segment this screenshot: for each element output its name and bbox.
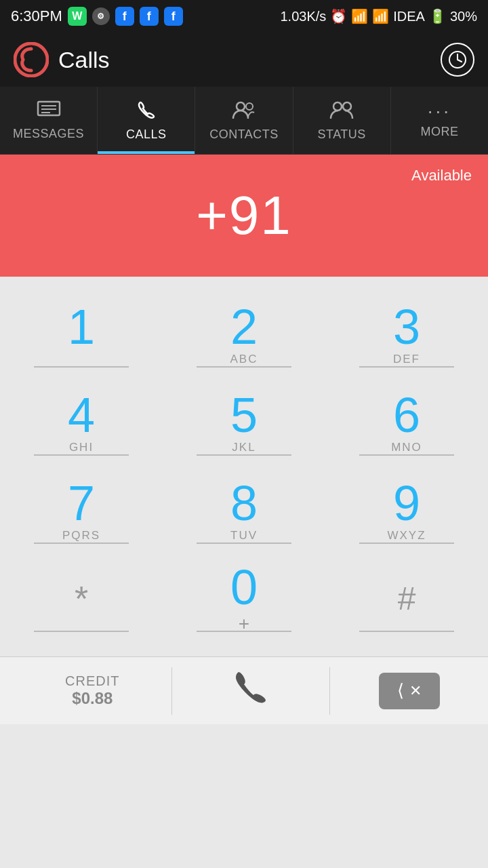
clock-icon — [447, 50, 468, 70]
key-3-letters: DEF — [393, 353, 420, 366]
status-bar: 6:30PM W ⚙ f f f 1.03K/s ⏰ 📶 📶 IDEA 🔋 30… — [0, 0, 488, 33]
delete-button[interactable]: ⟨ ✕ — [379, 673, 440, 709]
key-hash[interactable]: # — [339, 555, 474, 643]
key-5[interactable]: 5 JKL — [176, 378, 312, 467]
tab-more[interactable]: ··· MORE — [391, 87, 488, 154]
key-6[interactable]: 6 MNO — [339, 378, 474, 467]
battery-percent: 30% — [450, 9, 477, 24]
key-4-letters: GHI — [69, 441, 94, 454]
tab-more-label: MORE — [420, 125, 458, 139]
tab-messages-label: MESSAGES — [13, 127, 84, 141]
app-logo — [14, 42, 49, 77]
status-right: 1.03K/s ⏰ 📶 📶 IDEA 🔋 30% — [280, 8, 477, 24]
network-speed: 1.03K/s — [280, 9, 326, 24]
availability-status: Available — [411, 167, 472, 184]
status-icon — [329, 100, 354, 123]
more-icon: ··· — [428, 102, 451, 121]
key-4-number: 4 — [68, 391, 95, 439]
key-0-number: 0 — [230, 563, 258, 612]
keypad-row-4: * 0 + # — [0, 555, 488, 643]
key-0-plus: + — [239, 613, 249, 635]
key-5-number: 5 — [230, 391, 258, 439]
dial-display: Available +91 — [0, 155, 488, 277]
keypad-row-3: 7 PQRS 8 TUV 9 WXYZ — [0, 467, 488, 555]
key-5-letters: JKL — [232, 441, 256, 454]
svg-line-3 — [458, 60, 462, 62]
key-8-letters: TUV — [230, 529, 258, 542]
key-8[interactable]: 8 TUV — [176, 467, 312, 555]
delete-x-icon: ✕ — [409, 682, 422, 700]
tab-contacts-label: CONTACTS — [209, 127, 279, 142]
credit-section: CREDIT $0.88 — [0, 673, 171, 708]
call-button[interactable] — [230, 667, 271, 715]
key-star[interactable]: * — [14, 555, 149, 643]
tab-messages[interactable]: MESSAGES — [0, 87, 98, 154]
messages-icon — [37, 100, 61, 123]
credit-label: CREDIT — [65, 673, 119, 689]
tab-status-label: STATUS — [318, 127, 366, 142]
status-left: 6:30PM W ⚙ f f f — [11, 7, 183, 26]
settings-app-icon: ⚙ — [92, 7, 110, 25]
key-hash-symbol: # — [398, 583, 416, 615]
header-left: Calls — [14, 42, 110, 77]
battery-icon: 🔋 — [429, 8, 446, 24]
tab-calls[interactable]: CALLS — [98, 87, 195, 154]
key-1[interactable]: 1 — [14, 290, 149, 378]
key-8-number: 8 — [230, 479, 258, 528]
svg-point-10 — [333, 102, 342, 111]
signal-icon: 📶 — [372, 8, 389, 24]
svg-point-11 — [343, 102, 351, 111]
carrier-name: IDEA — [393, 9, 425, 24]
tab-bar: MESSAGES CALLS CONTACTS — [0, 87, 488, 155]
key-9[interactable]: 9 WXYZ — [339, 467, 474, 555]
call-button-section — [172, 667, 330, 715]
key-3-number: 3 — [393, 302, 420, 351]
key-6-number: 6 — [393, 391, 420, 439]
key-2-number: 2 — [230, 302, 258, 351]
key-0[interactable]: 0 + — [176, 555, 312, 643]
key-1-number: 1 — [68, 302, 95, 351]
key-star-symbol: * — [75, 581, 88, 616]
wifi-icon: 📶 — [351, 8, 368, 24]
keypad-row-2: 4 GHI 5 JKL 6 MNO — [0, 378, 488, 467]
credit-amount: $0.88 — [72, 689, 113, 708]
key-9-number: 9 — [393, 479, 420, 528]
key-7-number: 7 — [68, 479, 95, 528]
whatsapp-icon: W — [68, 7, 87, 26]
app-header: Calls — [0, 33, 488, 87]
contacts-icon — [232, 100, 256, 123]
svg-point-8 — [237, 102, 245, 111]
calls-icon — [136, 100, 157, 123]
dial-number: +91 — [196, 184, 292, 247]
keypad-row-1: 1 2 ABC 3 DEF — [0, 290, 488, 378]
bottom-bar: CREDIT $0.88 ⟨ ✕ — [0, 656, 488, 724]
key-4[interactable]: 4 GHI — [14, 378, 149, 467]
facebook-icon-3: f — [164, 7, 183, 26]
key-6-letters: MNO — [391, 441, 422, 454]
facebook-icon-2: f — [140, 7, 159, 26]
delete-section: ⟨ ✕ — [330, 673, 488, 709]
clock-button[interactable] — [441, 43, 474, 77]
alarm-icon: ⏰ — [330, 8, 347, 24]
delete-arrow-icon: ⟨ — [397, 680, 404, 701]
key-3[interactable]: 3 DEF — [339, 290, 474, 378]
keypad: 1 2 ABC 3 DEF 4 GHI 5 JKL 6 MNO 7 PQRS — [0, 277, 488, 656]
svg-point-9 — [246, 103, 253, 110]
tab-contacts[interactable]: CONTACTS — [195, 87, 293, 154]
key-2[interactable]: 2 ABC — [176, 290, 312, 378]
key-7-letters: PQRS — [62, 529, 100, 542]
tab-status[interactable]: STATUS — [293, 87, 391, 154]
key-9-letters: WXYZ — [387, 529, 426, 542]
key-1-letters — [79, 353, 84, 366]
key-7[interactable]: 7 PQRS — [14, 467, 149, 555]
facebook-icon-1: f — [115, 7, 134, 26]
key-2-letters: ABC — [230, 353, 258, 366]
call-icon — [230, 667, 271, 707]
status-time: 6:30PM — [11, 7, 62, 25]
tab-calls-label: CALLS — [126, 127, 167, 142]
header-title: Calls — [58, 47, 110, 73]
